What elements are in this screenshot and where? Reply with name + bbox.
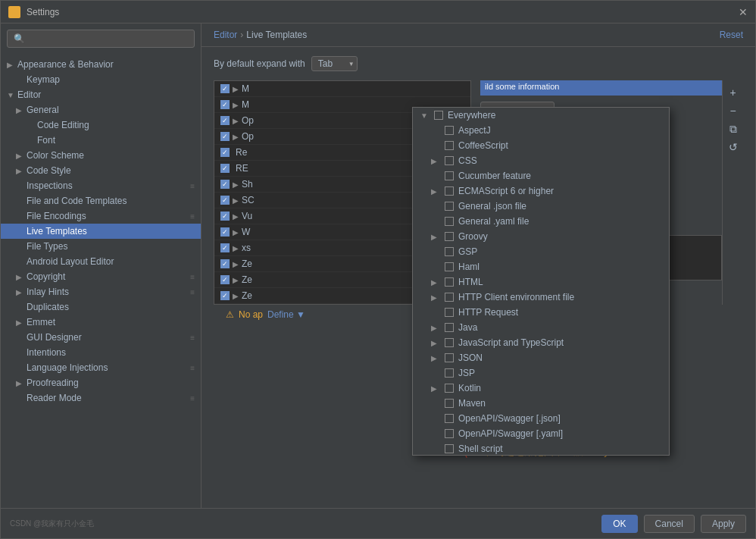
dd-check[interactable] bbox=[445, 202, 454, 211]
template-check[interactable]: ✓ bbox=[220, 116, 230, 125]
define-link[interactable]: Define ▼ bbox=[267, 309, 305, 320]
dd-check[interactable] bbox=[445, 277, 454, 287]
search-input[interactable] bbox=[28, 33, 188, 44]
sidebar-item-inspections[interactable]: Inspections ≡ bbox=[1, 178, 201, 193]
dd-item-gsp[interactable]: GSP bbox=[413, 244, 669, 259]
search-box[interactable]: 🔍 bbox=[7, 30, 195, 48]
dd-item-haml[interactable]: Haml bbox=[413, 259, 669, 274]
dd-check[interactable] bbox=[445, 399, 454, 408]
template-check[interactable]: ✓ bbox=[220, 212, 230, 221]
template-check[interactable]: ✓ bbox=[220, 227, 230, 237]
dd-item-ecmascript[interactable]: ▶ ECMAScript 6 or higher bbox=[413, 183, 669, 199]
tab-select-wrapper[interactable]: Tab Enter Space bbox=[311, 56, 358, 71]
apply-button[interactable]: Apply bbox=[701, 515, 746, 533]
dd-item-http-env[interactable]: ▶ HTTP Client environment file bbox=[413, 290, 669, 305]
sidebar-item-appearance[interactable]: ▶ Appearance & Behavior bbox=[1, 57, 201, 72]
sidebar-item-code-editing[interactable]: Code Editing bbox=[1, 118, 201, 133]
sidebar-item-emmet[interactable]: ▶ Emmet bbox=[1, 315, 201, 330]
remove-template-button[interactable]: − bbox=[726, 103, 741, 118]
sidebar-item-live-templates[interactable]: Live Templates bbox=[1, 224, 201, 239]
expand-select[interactable]: Tab Enter Space bbox=[311, 56, 358, 71]
sidebar-item-font[interactable]: Font bbox=[1, 133, 201, 148]
dd-check[interactable] bbox=[445, 323, 454, 332]
sidebar-item-color-scheme[interactable]: ▶ Color Scheme bbox=[1, 148, 201, 163]
template-check[interactable]: ✓ bbox=[220, 275, 230, 284]
undo-button[interactable]: ↺ bbox=[726, 139, 741, 155]
dd-item-json-file[interactable]: General .json file bbox=[413, 199, 669, 214]
dd-check[interactable] bbox=[445, 384, 454, 393]
sidebar-item-proofreading[interactable]: ▶ Proofreading bbox=[1, 375, 201, 390]
dd-item-css[interactable]: ▶ CSS bbox=[413, 153, 669, 168]
template-check[interactable]: ✓ bbox=[220, 148, 230, 157]
sidebar-item-language-injections[interactable]: Language Injections ≡ bbox=[1, 360, 201, 375]
dd-check[interactable] bbox=[445, 247, 454, 256]
dd-item-html[interactable]: ▶ HTML bbox=[413, 274, 669, 290]
dd-item-kotlin[interactable]: ▶ Kotlin bbox=[413, 381, 669, 396]
dd-check[interactable] bbox=[445, 293, 454, 302]
template-check[interactable]: ✓ bbox=[220, 180, 230, 189]
dd-item-coffeescript[interactable]: CoffeeScript bbox=[413, 138, 669, 153]
template-check[interactable]: ✓ bbox=[220, 243, 230, 252]
template-check[interactable]: ✓ bbox=[220, 196, 230, 205]
template-check[interactable]: ✓ bbox=[220, 132, 230, 141]
close-button[interactable]: ✕ bbox=[739, 6, 748, 18]
dd-item-http-request[interactable]: HTTP Request bbox=[413, 305, 669, 320]
sidebar-item-copyright[interactable]: ▶ Copyright ≡ bbox=[1, 269, 201, 284]
dd-item-openapi-yaml[interactable]: OpenAPI/Swagger [.yaml] bbox=[413, 426, 669, 441]
sidebar-item-intentions[interactable]: Intentions bbox=[1, 345, 201, 360]
copy-template-button[interactable]: ⧉ bbox=[726, 121, 741, 136]
add-template-button[interactable]: + bbox=[726, 85, 741, 100]
template-check[interactable]: ✓ bbox=[220, 291, 230, 300]
dd-item-yaml-file[interactable]: General .yaml file bbox=[413, 214, 669, 229]
template-check[interactable]: ✓ bbox=[220, 259, 230, 268]
dd-check[interactable] bbox=[445, 141, 454, 150]
sidebar-item-label: Copyright bbox=[27, 271, 187, 282]
dd-check[interactable] bbox=[445, 429, 454, 438]
dd-item-maven[interactable]: Maven bbox=[413, 396, 669, 411]
sidebar-item-inlay-hints[interactable]: ▶ Inlay Hints ≡ bbox=[1, 284, 201, 299]
dd-check[interactable] bbox=[445, 156, 454, 165]
template-check[interactable]: ✓ bbox=[220, 164, 230, 173]
dd-item-shell[interactable]: Shell script bbox=[413, 441, 669, 456]
sidebar-item-code-style[interactable]: ▶ Code Style bbox=[1, 163, 201, 178]
dd-check[interactable] bbox=[434, 111, 443, 120]
dd-check[interactable] bbox=[445, 262, 454, 271]
dd-check[interactable] bbox=[445, 217, 454, 226]
sidebar-item-android-layout[interactable]: Android Layout Editor bbox=[1, 254, 201, 269]
dd-item-json[interactable]: ▶ JSON bbox=[413, 350, 669, 365]
sidebar-item-file-encodings[interactable]: File Encodings ≡ bbox=[1, 208, 201, 224]
dd-check[interactable] bbox=[445, 338, 454, 347]
sidebar-item-general[interactable]: ▶ General bbox=[1, 102, 201, 118]
dd-check[interactable] bbox=[445, 368, 454, 378]
dd-item-everywhere[interactable]: ▼ Everywhere bbox=[413, 108, 669, 123]
dd-check[interactable] bbox=[445, 308, 454, 317]
dd-item-aspectj[interactable]: AspectJ bbox=[413, 123, 669, 138]
dd-item-cucumber[interactable]: Cucumber feature bbox=[413, 168, 669, 183]
dd-check[interactable] bbox=[445, 126, 454, 135]
reset-button[interactable]: Reset bbox=[720, 30, 743, 40]
sidebar-item-editor[interactable]: ▼ Editor bbox=[1, 87, 201, 102]
sidebar-item-duplicates[interactable]: Duplicates bbox=[1, 299, 201, 315]
dd-item-jsp[interactable]: JSP bbox=[413, 365, 669, 381]
ok-button[interactable]: OK bbox=[601, 515, 637, 533]
sidebar-item-file-types[interactable]: File Types bbox=[1, 239, 201, 254]
cancel-button[interactable]: Cancel bbox=[644, 515, 695, 533]
sidebar-item-gui-designer[interactable]: GUI Designer ≡ bbox=[1, 330, 201, 345]
sidebar-item-reader-mode[interactable]: Reader Mode ≡ bbox=[1, 390, 201, 406]
dd-check[interactable] bbox=[445, 171, 454, 180]
dd-item-openapi-json[interactable]: OpenAPI/Swagger [.json] bbox=[413, 411, 669, 426]
sidebar-item-keymap[interactable]: Keymap bbox=[1, 72, 201, 87]
dd-item-groovy[interactable]: ▶ Groovy bbox=[413, 229, 669, 244]
dd-check[interactable] bbox=[445, 232, 454, 241]
template-check[interactable]: ✓ bbox=[220, 100, 230, 109]
dd-check[interactable] bbox=[445, 186, 454, 196]
template-check[interactable]: ✓ bbox=[220, 84, 230, 93]
dd-check[interactable] bbox=[445, 414, 454, 423]
dd-item-js-ts[interactable]: ▶ JavaScript and TypeScript bbox=[413, 335, 669, 350]
template-row[interactable]: ✓ ▶ M bbox=[214, 81, 470, 97]
dd-item-java[interactable]: ▶ Java bbox=[413, 320, 669, 335]
dd-check[interactable] bbox=[445, 444, 454, 453]
dd-check[interactable] bbox=[445, 353, 454, 362]
dd-label: Java bbox=[458, 322, 477, 333]
sidebar-item-file-code-templates[interactable]: File and Code Templates bbox=[1, 193, 201, 208]
